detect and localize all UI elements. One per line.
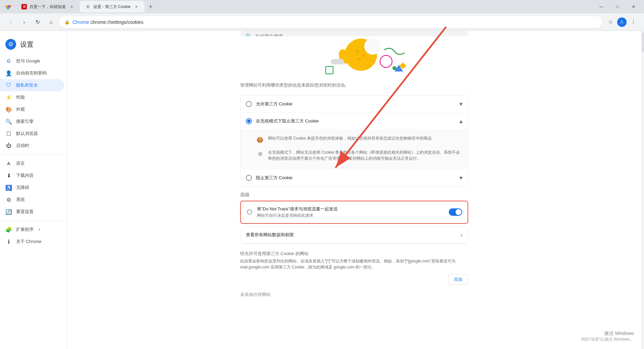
sidebar-label-google: 您与 Google (16, 58, 40, 64)
sidebar-label-extensions: 扩展程序 (16, 227, 34, 233)
cookie-sub-icon: 🍪 (256, 136, 264, 144)
sidebar-divider (0, 154, 67, 155)
window-controls: — □ ✕ (594, 1, 641, 12)
tab-settings-title: 设置 - 第三方 Cookie (93, 4, 130, 10)
option-block-incognito[interactable]: 在无痕模式下阻止第三方 Cookie ▴ (240, 113, 468, 130)
illustration-svg (287, 36, 421, 77)
google-icon: G (5, 58, 12, 64)
allowed-title: 经允许可使用第三方 Cookie 的网站 (240, 251, 468, 257)
content-search-area: 🔍 (227, 31, 482, 36)
svg-point-5 (358, 58, 361, 60)
permissions-group: 查看所有网站数据和权限 › (240, 227, 468, 244)
sidebar-item-appearance[interactable]: 🎨 外观 (0, 103, 64, 115)
address-url: chrome://settings/cookies (91, 19, 144, 25)
sidebar-item-download[interactable]: ⬇ 下载内容 (0, 169, 64, 182)
sidebar-label-search: 搜索引擎 (16, 118, 34, 124)
option-block-incognito-label: 在无痕模式下阻止第三方 Cookie (256, 118, 460, 124)
do-not-track-row: 将"Do Not Track"请求与浏览流量一起发送 网站可自行决定是否响应此请… (240, 201, 468, 224)
dnt-label: 将"Do Not Track"请求与浏览流量一起发送 (257, 206, 449, 212)
sidebar-item-system[interactable]: ⚙ 系统 (0, 194, 64, 206)
privacy-icon: 🛡 (5, 82, 12, 89)
sidebar-item-google[interactable]: G 您与 Google (0, 55, 64, 67)
dnt-icon (246, 209, 253, 215)
tab-settings-close[interactable]: ✕ (133, 4, 139, 10)
tab-baidu-close[interactable]: ✕ (68, 4, 74, 10)
new-tab-button[interactable]: + (146, 2, 155, 11)
sidebar-item-accessibility[interactable]: ♿ 无障碍 (0, 182, 64, 194)
sidebar-item-about[interactable]: ℹ 关于 Chrome (0, 236, 64, 248)
sidebar-item-language[interactable]: A 语言 (0, 157, 64, 169)
option-block-all[interactable]: 阻止第三方 Cookie ▾ (240, 169, 468, 186)
allowed-desc: 此设置会影响您这里列出的网站。在域名前插入"[*]"可以为整个域创建例外情况。例… (240, 258, 468, 270)
sub-option-2: ⊘ 在无痕模式下，网站无法使用 Cookie 查看您在各个网站（即便是彼此相关的… (256, 147, 463, 164)
allowed-section: 经允许可使用第三方 Cookie 的网站 此设置会影响您这里列出的网站。在域名前… (240, 251, 468, 300)
illustration-area (240, 36, 468, 77)
sidebar-label-appearance: 外观 (16, 106, 25, 112)
empty-state: 未添加任何网站 (240, 289, 468, 300)
sidebar-label-performance: 性能 (16, 94, 25, 100)
sidebar-item-performance[interactable]: ⚡ 性能 (0, 91, 64, 103)
forward-button[interactable]: › (19, 17, 30, 28)
sidebar-item-autofill[interactable]: 👤 自动填充和密码 (0, 67, 64, 79)
sub-text-2: 在无痕模式下，网站无法使用 Cookie 查看您在各个网站（即便是彼此相关的网站… (268, 149, 463, 161)
system-icon: ⚙ (5, 196, 12, 203)
sidebar-item-startup[interactable]: ⏻ 启动时 (0, 140, 64, 152)
view-permissions-row[interactable]: 查看所有网站数据和权限 › (240, 227, 468, 244)
bookmark-button[interactable]: ☆ (605, 17, 616, 28)
profile-button[interactable]: 人 (617, 17, 627, 27)
block-sub-icon: ⊘ (256, 150, 264, 158)
sidebar-label-language: 语言 (16, 160, 25, 166)
sidebar-item-search[interactable]: 🔍 搜索引擎 (0, 115, 64, 128)
expand-allow-icon: ▾ (460, 100, 463, 108)
sidebar-item-browser[interactable]: ☐ 默认浏览器 (0, 128, 64, 140)
scrollbar[interactable] (641, 31, 644, 349)
menu-button[interactable]: ⋮ (628, 17, 639, 28)
settings-title: 设置 (20, 40, 34, 49)
settings-favicon (85, 4, 91, 9)
svg-point-6 (364, 38, 381, 55)
sidebar-item-extensions[interactable]: 🧩 扩展程序 ↗ (0, 223, 64, 236)
sidebar-header: ⚙ 设置 (0, 36, 67, 55)
performance-icon: ⚡ (5, 94, 12, 101)
expand-incognito-icon: ▴ (460, 117, 463, 125)
radio-block-incognito (246, 118, 252, 124)
option-allow-third-party[interactable]: 允许第三方 Cookie ▾ (240, 96, 468, 113)
sidebar-label-about: 关于 Chrome (16, 239, 42, 245)
sidebar-label-download: 下载内容 (16, 172, 34, 179)
sidebar-item-privacy[interactable]: 🛡 隐私和安全 (0, 79, 64, 91)
sidebar: ⚙ 设置 G 您与 Google 👤 自动填充和密码 🛡 隐私和安全 ⚡ 性能 … (0, 31, 67, 349)
about-icon: ℹ (5, 238, 12, 245)
autofill-icon: 👤 (5, 70, 12, 77)
tab-baidu[interactable]: 百 百度一下，你就知道 ✕ (16, 1, 80, 12)
svg-rect-10 (331, 59, 344, 64)
download-icon: ⬇ (5, 172, 12, 179)
nav-bar: ‹ › ↻ ⌂ 🔒 Chrome chrome://settings/cooki… (0, 13, 644, 31)
add-button[interactable]: 添加 (448, 274, 468, 285)
settings-logo: ⚙ (5, 39, 16, 50)
sidebar-item-reset[interactable]: 🔄 重置设置 (0, 206, 64, 218)
home-button[interactable]: ⌂ (46, 17, 56, 28)
search-engine-icon: 🔍 (5, 118, 12, 125)
startup-icon: ⏻ (5, 142, 12, 149)
advanced-title: 高级 (240, 192, 468, 198)
reload-button[interactable]: ↻ (32, 17, 43, 28)
maximize-button[interactable]: □ (610, 1, 625, 12)
dnt-sublabel: 网站可自行决定是否响应此请求 (257, 213, 449, 218)
minimize-button[interactable]: — (594, 1, 609, 12)
sub-option-1: 🍪 网站可以使用 Cookie 来提升您的浏览体验，例如让您保持登录状态或记住您… (256, 133, 463, 147)
address-bar[interactable]: 🔒 Chrome chrome://settings/cookies (59, 16, 602, 28)
sidebar-label-accessibility: 无障碍 (16, 185, 29, 191)
radio-block-all (246, 175, 252, 181)
scrollbar-thumb[interactable] (642, 32, 644, 52)
advanced-section: 高级 将"Do Not Track"请求与浏览流量一起发送 网站可自行决定是否响… (240, 192, 468, 244)
language-icon: A (5, 160, 12, 167)
tab-settings[interactable]: 设置 - 第三方 Cookie ✕ (80, 1, 145, 12)
lock-icon: 🔒 (64, 19, 70, 24)
radio-allow (246, 101, 252, 107)
dnt-toggle[interactable] (449, 208, 462, 216)
view-permissions-label: 查看所有网站数据和权限 (246, 232, 461, 238)
close-button[interactable]: ✕ (626, 1, 641, 12)
back-button[interactable]: ‹ (5, 17, 16, 28)
extensions-icon: 🧩 (5, 226, 12, 233)
tab-baidu-title: 百度一下，你就知道 (30, 4, 66, 10)
